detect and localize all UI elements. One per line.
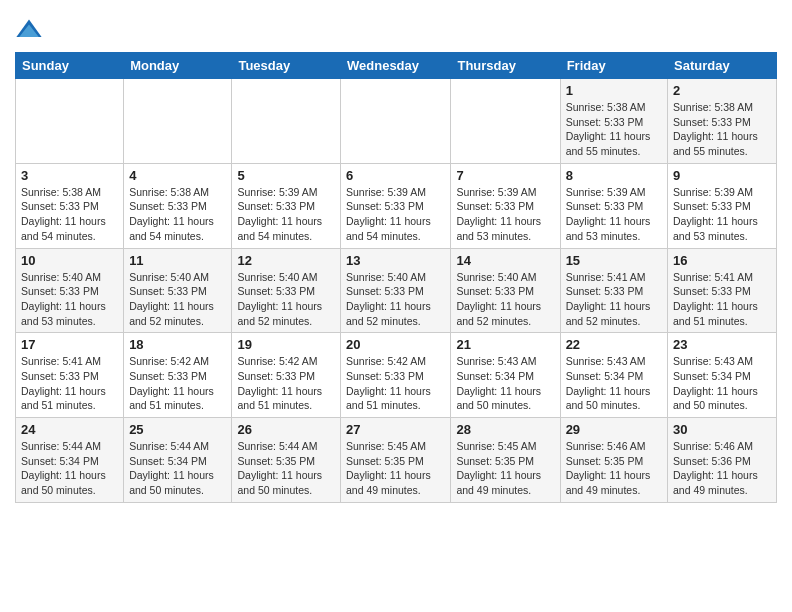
day-info: Sunrise: 5:44 AMSunset: 5:34 PMDaylight:… xyxy=(21,439,118,498)
day-number: 27 xyxy=(346,422,445,437)
week-row-4: 17Sunrise: 5:41 AMSunset: 5:33 PMDayligh… xyxy=(16,333,777,418)
logo xyxy=(15,16,45,44)
calendar-cell: 9Sunrise: 5:39 AMSunset: 5:33 PMDaylight… xyxy=(668,163,777,248)
day-number: 6 xyxy=(346,168,445,183)
calendar-cell: 19Sunrise: 5:42 AMSunset: 5:33 PMDayligh… xyxy=(232,333,341,418)
calendar-cell: 24Sunrise: 5:44 AMSunset: 5:34 PMDayligh… xyxy=(16,418,124,503)
day-info: Sunrise: 5:38 AMSunset: 5:33 PMDaylight:… xyxy=(21,185,118,244)
day-info: Sunrise: 5:39 AMSunset: 5:33 PMDaylight:… xyxy=(237,185,335,244)
day-number: 29 xyxy=(566,422,662,437)
day-number: 2 xyxy=(673,83,771,98)
calendar-cell: 27Sunrise: 5:45 AMSunset: 5:35 PMDayligh… xyxy=(341,418,451,503)
day-info: Sunrise: 5:41 AMSunset: 5:33 PMDaylight:… xyxy=(21,354,118,413)
day-number: 16 xyxy=(673,253,771,268)
calendar-cell: 30Sunrise: 5:46 AMSunset: 5:36 PMDayligh… xyxy=(668,418,777,503)
day-number: 14 xyxy=(456,253,554,268)
day-info: Sunrise: 5:40 AMSunset: 5:33 PMDaylight:… xyxy=(237,270,335,329)
weekday-header-monday: Monday xyxy=(124,53,232,79)
day-info: Sunrise: 5:40 AMSunset: 5:33 PMDaylight:… xyxy=(129,270,226,329)
day-number: 10 xyxy=(21,253,118,268)
day-info: Sunrise: 5:38 AMSunset: 5:33 PMDaylight:… xyxy=(129,185,226,244)
day-number: 21 xyxy=(456,337,554,352)
calendar-cell: 29Sunrise: 5:46 AMSunset: 5:35 PMDayligh… xyxy=(560,418,667,503)
calendar-cell: 21Sunrise: 5:43 AMSunset: 5:34 PMDayligh… xyxy=(451,333,560,418)
calendar-cell xyxy=(16,79,124,164)
day-info: Sunrise: 5:46 AMSunset: 5:36 PMDaylight:… xyxy=(673,439,771,498)
calendar-cell xyxy=(451,79,560,164)
calendar-page: SundayMondayTuesdayWednesdayThursdayFrid… xyxy=(0,0,792,513)
calendar-cell: 10Sunrise: 5:40 AMSunset: 5:33 PMDayligh… xyxy=(16,248,124,333)
day-number: 28 xyxy=(456,422,554,437)
day-info: Sunrise: 5:44 AMSunset: 5:34 PMDaylight:… xyxy=(129,439,226,498)
day-info: Sunrise: 5:43 AMSunset: 5:34 PMDaylight:… xyxy=(673,354,771,413)
calendar-cell: 26Sunrise: 5:44 AMSunset: 5:35 PMDayligh… xyxy=(232,418,341,503)
weekday-header-wednesday: Wednesday xyxy=(341,53,451,79)
calendar-cell: 6Sunrise: 5:39 AMSunset: 5:33 PMDaylight… xyxy=(341,163,451,248)
day-number: 25 xyxy=(129,422,226,437)
calendar-cell: 4Sunrise: 5:38 AMSunset: 5:33 PMDaylight… xyxy=(124,163,232,248)
day-number: 5 xyxy=(237,168,335,183)
calendar-cell: 13Sunrise: 5:40 AMSunset: 5:33 PMDayligh… xyxy=(341,248,451,333)
day-number: 30 xyxy=(673,422,771,437)
calendar-cell: 18Sunrise: 5:42 AMSunset: 5:33 PMDayligh… xyxy=(124,333,232,418)
day-number: 26 xyxy=(237,422,335,437)
calendar-cell: 14Sunrise: 5:40 AMSunset: 5:33 PMDayligh… xyxy=(451,248,560,333)
calendar-cell: 7Sunrise: 5:39 AMSunset: 5:33 PMDaylight… xyxy=(451,163,560,248)
calendar-cell: 1Sunrise: 5:38 AMSunset: 5:33 PMDaylight… xyxy=(560,79,667,164)
day-info: Sunrise: 5:43 AMSunset: 5:34 PMDaylight:… xyxy=(566,354,662,413)
day-number: 24 xyxy=(21,422,118,437)
day-info: Sunrise: 5:42 AMSunset: 5:33 PMDaylight:… xyxy=(129,354,226,413)
calendar-cell: 23Sunrise: 5:43 AMSunset: 5:34 PMDayligh… xyxy=(668,333,777,418)
weekday-header-saturday: Saturday xyxy=(668,53,777,79)
day-info: Sunrise: 5:41 AMSunset: 5:33 PMDaylight:… xyxy=(673,270,771,329)
calendar-cell xyxy=(232,79,341,164)
day-info: Sunrise: 5:46 AMSunset: 5:35 PMDaylight:… xyxy=(566,439,662,498)
calendar-cell: 17Sunrise: 5:41 AMSunset: 5:33 PMDayligh… xyxy=(16,333,124,418)
calendar-cell: 15Sunrise: 5:41 AMSunset: 5:33 PMDayligh… xyxy=(560,248,667,333)
day-info: Sunrise: 5:39 AMSunset: 5:33 PMDaylight:… xyxy=(566,185,662,244)
day-info: Sunrise: 5:38 AMSunset: 5:33 PMDaylight:… xyxy=(673,100,771,159)
day-number: 12 xyxy=(237,253,335,268)
day-info: Sunrise: 5:39 AMSunset: 5:33 PMDaylight:… xyxy=(346,185,445,244)
calendar-cell: 25Sunrise: 5:44 AMSunset: 5:34 PMDayligh… xyxy=(124,418,232,503)
week-row-2: 3Sunrise: 5:38 AMSunset: 5:33 PMDaylight… xyxy=(16,163,777,248)
weekday-header-tuesday: Tuesday xyxy=(232,53,341,79)
day-info: Sunrise: 5:39 AMSunset: 5:33 PMDaylight:… xyxy=(456,185,554,244)
weekday-header-sunday: Sunday xyxy=(16,53,124,79)
week-row-5: 24Sunrise: 5:44 AMSunset: 5:34 PMDayligh… xyxy=(16,418,777,503)
weekday-header-thursday: Thursday xyxy=(451,53,560,79)
day-info: Sunrise: 5:41 AMSunset: 5:33 PMDaylight:… xyxy=(566,270,662,329)
calendar-cell: 22Sunrise: 5:43 AMSunset: 5:34 PMDayligh… xyxy=(560,333,667,418)
day-number: 3 xyxy=(21,168,118,183)
day-number: 18 xyxy=(129,337,226,352)
header xyxy=(15,10,777,44)
day-info: Sunrise: 5:38 AMSunset: 5:33 PMDaylight:… xyxy=(566,100,662,159)
week-row-1: 1Sunrise: 5:38 AMSunset: 5:33 PMDaylight… xyxy=(16,79,777,164)
day-info: Sunrise: 5:45 AMSunset: 5:35 PMDaylight:… xyxy=(346,439,445,498)
day-info: Sunrise: 5:44 AMSunset: 5:35 PMDaylight:… xyxy=(237,439,335,498)
day-number: 7 xyxy=(456,168,554,183)
day-number: 20 xyxy=(346,337,445,352)
calendar-cell xyxy=(341,79,451,164)
weekday-header-row: SundayMondayTuesdayWednesdayThursdayFrid… xyxy=(16,53,777,79)
weekday-header-friday: Friday xyxy=(560,53,667,79)
day-number: 1 xyxy=(566,83,662,98)
day-info: Sunrise: 5:42 AMSunset: 5:33 PMDaylight:… xyxy=(346,354,445,413)
day-info: Sunrise: 5:45 AMSunset: 5:35 PMDaylight:… xyxy=(456,439,554,498)
day-number: 19 xyxy=(237,337,335,352)
calendar-cell: 3Sunrise: 5:38 AMSunset: 5:33 PMDaylight… xyxy=(16,163,124,248)
day-info: Sunrise: 5:42 AMSunset: 5:33 PMDaylight:… xyxy=(237,354,335,413)
calendar-cell: 28Sunrise: 5:45 AMSunset: 5:35 PMDayligh… xyxy=(451,418,560,503)
day-info: Sunrise: 5:43 AMSunset: 5:34 PMDaylight:… xyxy=(456,354,554,413)
calendar-cell: 12Sunrise: 5:40 AMSunset: 5:33 PMDayligh… xyxy=(232,248,341,333)
day-number: 9 xyxy=(673,168,771,183)
logo-icon xyxy=(15,16,43,44)
day-number: 17 xyxy=(21,337,118,352)
calendar-cell: 20Sunrise: 5:42 AMSunset: 5:33 PMDayligh… xyxy=(341,333,451,418)
calendar-cell: 11Sunrise: 5:40 AMSunset: 5:33 PMDayligh… xyxy=(124,248,232,333)
day-number: 13 xyxy=(346,253,445,268)
day-number: 8 xyxy=(566,168,662,183)
day-info: Sunrise: 5:40 AMSunset: 5:33 PMDaylight:… xyxy=(21,270,118,329)
day-number: 23 xyxy=(673,337,771,352)
calendar-cell: 5Sunrise: 5:39 AMSunset: 5:33 PMDaylight… xyxy=(232,163,341,248)
